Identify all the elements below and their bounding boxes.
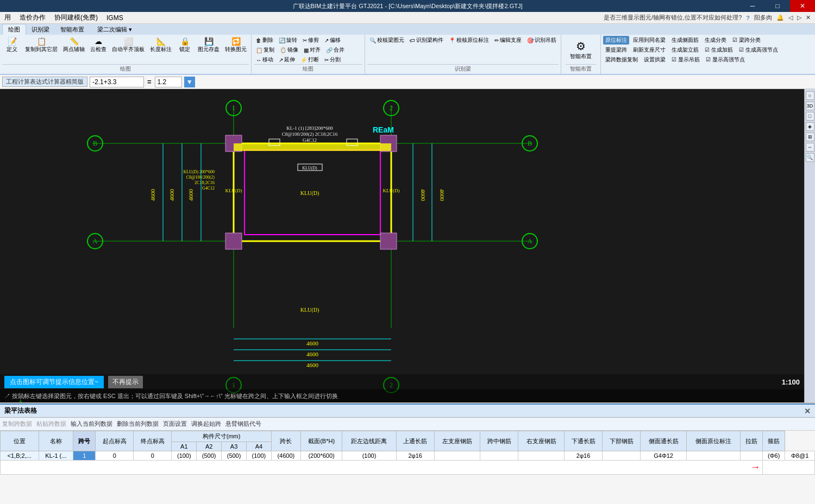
right-btn-2[interactable]: 3D <box>806 102 814 110</box>
btn-mirror[interactable]: 🪞镜像 <box>278 46 300 54</box>
btn-rotate[interactable]: 🔄旋转 <box>277 36 299 45</box>
btn-lock[interactable]: 🔒锁定 <box>175 36 195 54</box>
tab-beam-edit[interactable]: 梁二次编辑 ▾ <box>92 24 137 35</box>
td-a2[interactable]: (500) <box>197 451 222 461</box>
td-stirrup2[interactable]: Φ8@1 <box>785 451 815 461</box>
menu-item-igms[interactable]: IGMS <box>102 13 128 23</box>
td-stirrup[interactable]: (Φ6) <box>763 451 785 461</box>
cad-canvas[interactable]: KLU(D) KLU(D) KLU(D) KLU(D) KLU(D) 200*6… <box>0 89 815 402</box>
btn-smart-layout[interactable]: ⚙智能布置 <box>566 37 596 62</box>
btn-define[interactable]: 📝定义 <box>2 36 22 54</box>
btn-check-beam-elements[interactable]: 🔍校核梁图元 <box>367 36 406 45</box>
tab-draw[interactable]: 绘图 <box>2 24 26 35</box>
td-section[interactable]: (200*600) <box>300 451 342 461</box>
tab-identify-beam[interactable]: 识别梁 <box>26 24 55 35</box>
nav-back[interactable]: ◁ <box>788 14 793 21</box>
btn-copy-span-data[interactable]: 复制跨数据 <box>2 420 32 428</box>
btn-extend[interactable]: ↗延伸 <box>277 55 297 64</box>
btn-two-point-axis[interactable]: 📏两点辅轴 <box>61 36 87 54</box>
td-a4[interactable]: (100) <box>247 451 272 461</box>
btn-align[interactable]: ▦对齐 <box>302 46 323 54</box>
table-row[interactable]: <1,B;2,... KL-1 (... 1 0 0 (100) (500) (… <box>1 451 815 461</box>
btn-swap-start-span[interactable]: 调换起始跨 <box>191 420 221 428</box>
btn-break[interactable]: ⚡打断 <box>298 55 321 64</box>
td-right-seat[interactable] <box>518 451 565 461</box>
td-tie[interactable] <box>741 451 763 461</box>
btn-gen-side-steel[interactable]: 生成侧面筋 <box>669 36 701 45</box>
td-span-len[interactable]: (4600) <box>271 451 300 461</box>
nav-forward[interactable]: ▷ <box>797 14 801 21</box>
btn-show-hanger[interactable]: ☑ 显示吊筋 <box>669 55 702 64</box>
right-btn-6[interactable]: ↔ <box>806 143 814 152</box>
btn-split[interactable]: ✂分割 <box>322 55 343 64</box>
formula-input[interactable] <box>90 77 144 87</box>
hint-position-button[interactable]: 点击图标可调节提示信息位置~ <box>4 376 104 388</box>
btn-check-original-annot[interactable]: 📍校核原位标注 <box>447 36 491 45</box>
td-top-long[interactable]: 2φ16 <box>396 451 434 461</box>
right-btn-7[interactable]: 🔍 <box>806 153 814 162</box>
btn-delete[interactable]: 🗑删除 <box>254 36 275 45</box>
formula-result[interactable] <box>155 77 182 87</box>
btn-span-data-copy[interactable]: 梁跨数据复制 <box>603 55 640 64</box>
btn-gen-classification[interactable]: 生成分类 <box>703 36 729 45</box>
td-span[interactable]: 1 <box>73 451 96 461</box>
td-bot-steel[interactable] <box>603 451 641 461</box>
maximize-button[interactable]: □ <box>765 0 790 12</box>
btn-copy[interactable]: 📋复制 <box>254 46 277 54</box>
td-end-elev[interactable]: 0 <box>134 451 172 461</box>
btn-apply-same-beam[interactable]: 应用到同名梁 <box>631 36 668 45</box>
right-btn-4[interactable]: ◈ <box>806 122 814 131</box>
btn-identify-beam-parts[interactable]: 🏷识别梁构件 <box>408 36 446 45</box>
menu-item-xietong[interactable]: 协同建模(免费) <box>50 12 102 23</box>
right-btn-3[interactable]: □ <box>806 112 814 121</box>
btn-edit-support[interactable]: ✏编辑支座 <box>492 36 524 45</box>
btn-convert[interactable]: 🔁转换图元 <box>223 36 249 54</box>
btn-page-settings[interactable]: 页面设置 <box>163 420 187 428</box>
td-a3[interactable]: (500) <box>222 451 247 461</box>
panel-close-button[interactable]: ✕ <box>804 407 811 415</box>
table-container[interactable]: 位置 名称 跨号 起点标高 终点标高 构件尺寸(mm) 跨长 截面(B*H) 距… <box>0 431 815 504</box>
btn-gen-high-strength[interactable]: ☑ 生成高强节点 <box>737 46 780 54</box>
td-mid-steel[interactable] <box>480 451 518 461</box>
btn-gen-addsteel[interactable]: ☑ 生成加筋 <box>703 46 735 54</box>
user-icon[interactable]: 阳多肉 <box>754 14 772 22</box>
btn-offset[interactable]: ↗偏移 <box>322 36 343 45</box>
btn-cantilever-rebar-code[interactable]: 悬臂钢筋代号 <box>225 420 261 428</box>
btn-beam-stirrup-symbol[interactable]: ☑ 梁跨分类 <box>730 36 763 45</box>
bell-icon[interactable]: 🔔 <box>776 14 784 21</box>
btn-paste-span-data[interactable]: 粘贴跨数据 <box>36 420 66 428</box>
td-dist[interactable]: (100) <box>342 451 396 461</box>
td-bot-long[interactable]: 2φ16 <box>565 451 603 461</box>
formula-arrow-btn[interactable]: ▼ <box>184 77 195 87</box>
no-remind-button[interactable]: 不再提示 <box>108 376 143 388</box>
btn-save-element[interactable]: 💾图元存盘 <box>196 36 222 54</box>
btn-move[interactable]: ↔移动 <box>254 55 275 64</box>
menu-item-zaijia[interactable]: 造价办作 <box>15 12 50 23</box>
btn-trim[interactable]: ✂修剪 <box>300 36 321 45</box>
btn-gen-erect-steel[interactable]: 生成架立筋 <box>669 46 701 54</box>
btn-set-arch-beam[interactable]: 设置拱梁 <box>642 55 668 64</box>
btn-auto-align[interactable]: ⬜自动平齐顶板 <box>110 36 147 54</box>
btn-delete-current-col[interactable]: 删除当前列数据 <box>117 420 159 428</box>
btn-input-current-col[interactable]: 输入当前列数据 <box>71 420 112 428</box>
right-btn-5[interactable]: ⊞ <box>806 133 814 141</box>
minimize-button[interactable]: ─ <box>740 0 765 12</box>
btn-length-dim[interactable]: 📐长度标注 <box>148 36 174 54</box>
btn-copy-layer[interactable]: 📋复制到其它层 <box>23 36 60 54</box>
td-a1[interactable]: (100) <box>172 451 197 461</box>
btn-identify-hanger[interactable]: 🎯识别吊筋 <box>525 36 559 45</box>
btn-re-extract-span[interactable]: 重提梁跨 <box>603 46 629 54</box>
td-side-orig[interactable] <box>686 451 740 461</box>
btn-merge[interactable]: 🔗合并 <box>324 46 347 54</box>
tab-smart[interactable]: 智能布置 <box>55 24 90 35</box>
td-left-seat[interactable] <box>434 451 480 461</box>
btn-original-annotation[interactable]: 原位标注 <box>603 36 629 45</box>
menu-item-yong[interactable]: 用 <box>0 12 15 23</box>
td-start-elev[interactable]: 0 <box>96 451 134 461</box>
td-side-long[interactable]: G4Φ12 <box>641 451 687 461</box>
close-button[interactable]: ✕ <box>790 0 815 12</box>
btn-refresh-support-size[interactable]: 刷新支座尺寸 <box>631 46 668 54</box>
close-help[interactable]: ✕ <box>806 14 811 21</box>
btn-show-high-strength[interactable]: ☑ 显示高强节点 <box>704 55 747 64</box>
btn-cloud-check[interactable]: ☁云检查 <box>88 36 109 54</box>
